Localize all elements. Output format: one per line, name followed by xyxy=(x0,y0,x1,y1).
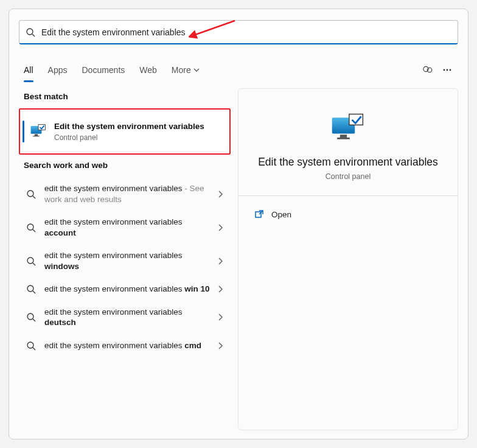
svg-point-7 xyxy=(450,69,451,71)
search-icon xyxy=(26,341,36,351)
suggestion-text: edit the system environment variables cm… xyxy=(44,340,217,351)
suggestion-text: edit the system environment variables de… xyxy=(44,307,217,328)
svg-point-0 xyxy=(27,29,33,35)
chevron-right-icon xyxy=(217,257,223,265)
search-icon xyxy=(26,312,36,322)
svg-point-5 xyxy=(444,69,445,71)
chevron-right-icon xyxy=(217,191,223,198)
search-icon xyxy=(26,27,35,37)
svg-line-14 xyxy=(33,196,35,198)
search-icon xyxy=(26,189,36,199)
details-subtitle: Control panel xyxy=(326,172,371,181)
search-icon xyxy=(26,223,36,233)
svg-line-1 xyxy=(32,34,35,37)
search-input[interactable] xyxy=(41,27,451,37)
svg-point-6 xyxy=(447,69,448,71)
tab-documents[interactable]: Documents xyxy=(82,61,125,79)
open-external-icon xyxy=(254,209,264,219)
svg-point-13 xyxy=(27,191,33,197)
suggestions-list: edit the system environment variables - … xyxy=(19,177,231,357)
search-bar[interactable] xyxy=(19,20,458,44)
svg-line-16 xyxy=(33,229,35,232)
tab-web[interactable]: Web xyxy=(139,61,157,79)
svg-rect-26 xyxy=(340,135,347,138)
svg-point-21 xyxy=(27,313,33,320)
suggestion-item[interactable]: edit the system environment variables de… xyxy=(19,301,231,334)
chevron-right-icon xyxy=(217,224,223,231)
suggestion-text: edit the system environment variables - … xyxy=(44,183,217,205)
suggestion-item[interactable]: edit the system environment variables wi… xyxy=(19,244,231,278)
svg-point-23 xyxy=(27,342,33,348)
results-left-column: Best match Edit the system environment v… xyxy=(19,88,231,357)
svg-point-19 xyxy=(27,285,33,292)
section-best-match: Best match xyxy=(24,92,231,101)
svg-point-15 xyxy=(27,224,33,230)
svg-rect-11 xyxy=(33,136,40,136)
tab-more-label: More xyxy=(172,65,191,75)
tab-apps[interactable]: Apps xyxy=(48,61,68,79)
svg-rect-10 xyxy=(35,134,38,136)
tab-more[interactable]: More xyxy=(172,61,200,79)
best-match-item[interactable]: Edit the system environment variables Co… xyxy=(23,112,227,151)
chevron-right-icon xyxy=(217,342,223,349)
suggestion-item[interactable]: edit the system environment variables - … xyxy=(19,177,231,211)
suggestion-item[interactable]: edit the system environment variables wi… xyxy=(19,278,231,301)
best-match-subtitle: Control panel xyxy=(54,133,204,142)
search-icon xyxy=(26,256,36,266)
suggestion-text: edit the system environment variables wi… xyxy=(44,250,217,271)
svg-point-17 xyxy=(27,257,33,264)
filter-tabs: All Apps Documents Web More xyxy=(24,58,453,82)
suggestion-item[interactable]: edit the system environment variables ac… xyxy=(19,211,231,244)
chat-icon[interactable] xyxy=(422,64,434,76)
details-title: Edit the system environment variables xyxy=(258,156,438,169)
details-actions: Open xyxy=(253,196,443,233)
chevron-right-icon xyxy=(217,313,223,321)
svg-rect-27 xyxy=(337,138,350,139)
details-panel: Edit the system environment variables Co… xyxy=(238,88,458,430)
best-match-text: Edit the system environment variables Co… xyxy=(54,121,204,142)
open-action-label: Open xyxy=(271,210,291,219)
annotation-highlight-box: Edit the system environment variables Co… xyxy=(19,108,231,155)
suggestion-item[interactable]: edit the system environment variables cm… xyxy=(19,334,231,357)
svg-line-24 xyxy=(33,348,35,350)
open-action[interactable]: Open xyxy=(253,206,443,223)
monitor-check-icon xyxy=(330,111,366,145)
search-icon xyxy=(26,284,36,294)
best-match-title: Edit the system environment variables xyxy=(54,121,204,132)
monitor-check-icon xyxy=(30,123,47,140)
more-options-icon[interactable] xyxy=(441,64,453,76)
section-search-work-web: Search work and web xyxy=(24,161,231,170)
tab-all[interactable]: All xyxy=(24,61,33,79)
search-window: All Apps Documents Web More Best match xyxy=(9,9,468,439)
suggestion-text: edit the system environment variables ac… xyxy=(44,217,217,238)
chevron-right-icon xyxy=(217,285,223,293)
suggestion-text: edit the system environment variables wi… xyxy=(44,284,217,295)
chevron-down-icon xyxy=(193,67,200,73)
svg-line-18 xyxy=(33,263,35,265)
svg-line-22 xyxy=(33,319,35,321)
svg-line-20 xyxy=(33,291,35,293)
